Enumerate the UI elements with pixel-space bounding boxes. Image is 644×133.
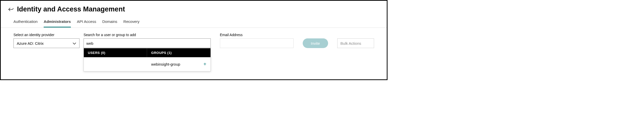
group-result-item[interactable]: webinsight-group + [147, 57, 210, 71]
users-column-header: USERS (0) [84, 48, 147, 57]
email-label: Email Address [220, 33, 294, 37]
tab-domains[interactable]: Domains [102, 19, 117, 27]
bulk-actions-select[interactable]: Bulk Actions [337, 38, 374, 48]
tab-administrators[interactable]: Administrators [44, 19, 71, 27]
idp-select-value: Azure AD: Citrix [17, 41, 44, 46]
bulk-actions-label: Bulk Actions [341, 41, 361, 46]
email-input[interactable] [220, 38, 294, 48]
group-result-name: webinsight-group [151, 62, 180, 66]
idp-select[interactable]: Azure AD: Citrix [13, 38, 79, 48]
invite-button[interactable]: Invite [303, 38, 328, 48]
back-arrow-icon[interactable] [8, 7, 13, 11]
idp-label: Select an identity provider [13, 33, 79, 37]
page-title: Identity and Access Management [17, 5, 125, 13]
search-label: Search for a user or group to add [84, 33, 211, 37]
tab-api-access[interactable]: API Access [77, 19, 96, 27]
add-group-icon[interactable]: + [203, 61, 206, 67]
groups-column-header: GROUPS (1) [147, 48, 210, 57]
users-results-empty [84, 57, 147, 71]
search-dropdown: USERS (0) GROUPS (1) webinsight-group + [84, 48, 211, 71]
tab-authentication[interactable]: Authentication [13, 19, 38, 27]
tab-recovery[interactable]: Recovery [123, 19, 139, 27]
tab-bar: Authentication Administrators API Access… [1, 13, 387, 28]
search-input[interactable] [84, 38, 211, 48]
chevron-down-icon [73, 41, 76, 45]
